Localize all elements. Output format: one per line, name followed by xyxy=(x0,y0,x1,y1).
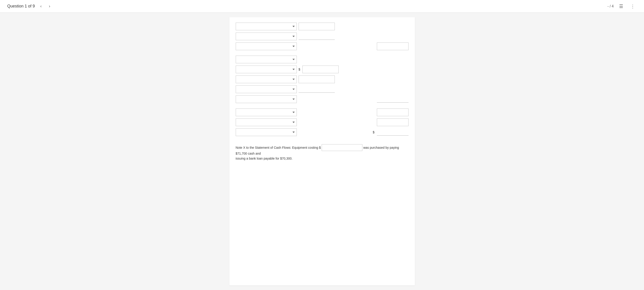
input-10-right[interactable] xyxy=(377,118,408,126)
main-content: $ xyxy=(0,13,644,290)
input-9-right[interactable] xyxy=(377,108,408,116)
more-icon-button[interactable]: ⋮ xyxy=(628,3,637,10)
form-row-4 xyxy=(236,56,408,63)
list-icon-button[interactable]: ☰ xyxy=(617,3,625,10)
note-text-3: issuing a bank loan payable for $70,300. xyxy=(236,157,292,160)
content-area: $ xyxy=(229,17,415,286)
gap-2 xyxy=(236,105,408,108)
header-left: Question 1 of 9 ‹ › xyxy=(7,3,52,9)
list-icon: ☰ xyxy=(619,3,623,9)
input-3-right[interactable] xyxy=(377,42,408,50)
input-5[interactable] xyxy=(302,65,339,73)
prev-button[interactable]: ‹ xyxy=(38,3,44,9)
form-row-6 xyxy=(236,75,408,83)
form-row-10 xyxy=(236,118,408,126)
header-right: - / 4 ☰ ⋮ xyxy=(607,3,637,10)
dropdown-1[interactable] xyxy=(236,22,297,30)
dropdown-4[interactable] xyxy=(236,56,297,63)
form-row-8 xyxy=(236,95,408,103)
form-row-9 xyxy=(236,108,408,116)
note-input[interactable] xyxy=(322,144,362,151)
note-text-1: Note X to the Statement of Cash Flows: E… xyxy=(236,146,321,149)
dropdown-7[interactable] xyxy=(236,85,297,93)
form-row-7 xyxy=(236,85,408,93)
form-row-5: $ xyxy=(236,65,408,73)
input-2[interactable] xyxy=(298,33,335,40)
dropdown-3[interactable] xyxy=(236,42,297,50)
form-row-2 xyxy=(236,32,408,40)
input-6[interactable] xyxy=(298,75,335,83)
input-8-right[interactable] xyxy=(377,96,408,103)
dropdown-6[interactable] xyxy=(236,75,297,83)
header: Question 1 of 9 ‹ › - / 4 ☰ ⋮ xyxy=(0,0,644,13)
dollar-sign-5: $ xyxy=(298,68,300,71)
score-display: - / 4 xyxy=(607,4,614,8)
question-title: Question 1 of 9 xyxy=(7,4,35,8)
dropdown-8[interactable] xyxy=(236,95,297,103)
input-7[interactable] xyxy=(298,86,335,93)
more-icon: ⋮ xyxy=(630,3,635,9)
gap-1 xyxy=(236,52,408,56)
form-row-3 xyxy=(236,42,408,50)
dropdown-9[interactable] xyxy=(236,108,297,116)
dollar-sign-11: $ xyxy=(373,130,374,134)
dropdown-2[interactable] xyxy=(236,32,297,40)
dropdown-11[interactable] xyxy=(236,128,297,136)
form-row-11: $ xyxy=(236,128,408,136)
form-row-1 xyxy=(236,22,408,30)
input-11-right[interactable] xyxy=(377,129,408,136)
next-button[interactable]: › xyxy=(47,3,52,9)
dropdown-5[interactable] xyxy=(236,65,297,73)
dropdown-10[interactable] xyxy=(236,118,297,126)
input-1[interactable] xyxy=(298,22,335,30)
note-section: Note X to the Statement of Cash Flows: E… xyxy=(236,144,408,161)
